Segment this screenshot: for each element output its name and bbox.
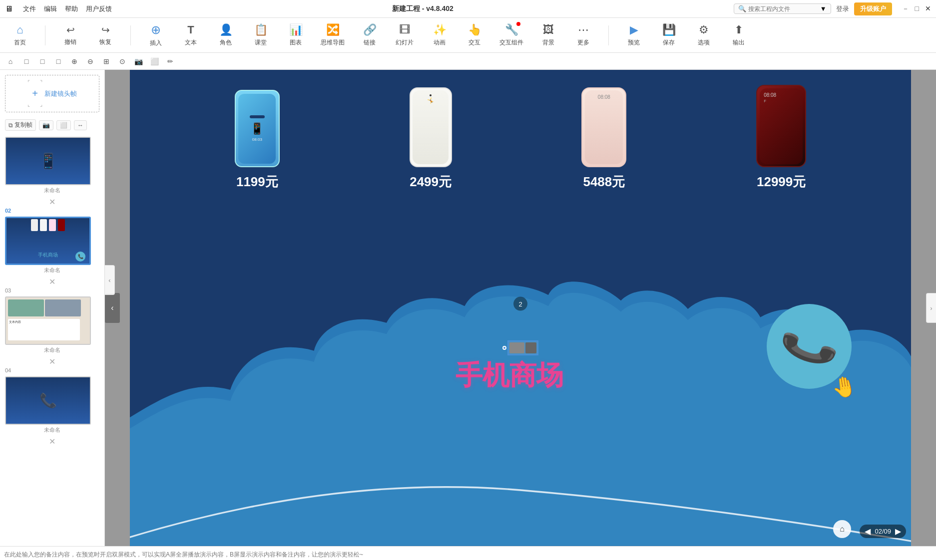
notes-input[interactable] <box>0 547 936 560</box>
sec-zoom-out-icon[interactable]: ⊖ <box>84 55 97 68</box>
toolbar-interact[interactable]: 👆 交互 <box>465 23 484 47</box>
slide-2-thumbnail: 手机商场 📞 <box>5 217 91 265</box>
toolbar-more[interactable]: ⋯ 更多 <box>573 23 593 47</box>
phone-4-price: 12999元 <box>757 173 806 191</box>
toolbar-class[interactable]: 📋 课堂 <box>251 23 271 47</box>
close-button[interactable]: ✕ <box>925 4 931 13</box>
titlebar-right: 🔍 ▼ 登录 升级账户 － □ ✕ <box>734 2 931 15</box>
slide-canvas[interactable]: 📱 08:03 1199元 🤸 2499元 <box>130 70 911 546</box>
toolbar-slideshow-label: 幻灯片 <box>396 38 414 47</box>
toolbar-link[interactable]: 🔗 链接 <box>360 23 380 47</box>
window-controls: － □ ✕ <box>902 4 931 13</box>
toolbar-export[interactable]: ⬆ 输出 <box>729 23 749 47</box>
copy-icon: ⧉ <box>8 122 13 129</box>
toolbar-redo[interactable]: ↪ 恢复 <box>95 24 115 46</box>
toolbar-more-label: 更多 <box>577 38 589 47</box>
notes-area: ⤢ <box>0 546 936 560</box>
toolbar-mindmap[interactable]: 🔀 思维导图 <box>321 23 345 47</box>
sec-home-icon[interactable]: ⌂ <box>4 55 17 68</box>
slide-4-delete[interactable]: ✕ <box>0 436 104 447</box>
slide-counter: ◀ 02/09 ▶ <box>860 525 906 538</box>
toolbar-interact-component[interactable]: 🔧 交互组件 <box>499 23 523 47</box>
toolbar-undo[interactable]: ↩ 撤销 <box>60 24 80 46</box>
phone-3-price: 5488元 <box>583 173 625 191</box>
slide-2-delete[interactable]: ✕ <box>0 276 104 287</box>
toolbar-animation[interactable]: ✨ 动画 <box>430 23 450 47</box>
slide-title: 手机商场 <box>456 357 563 394</box>
sec-paste-icon[interactable]: □ <box>36 55 49 68</box>
new-frame-button[interactable]: ⌜ ⌝ + ⌞ ⌟ 新建镜头帧 <box>5 75 99 112</box>
slide-4-number: 04 <box>5 367 11 373</box>
slide-1-delete[interactable]: ✕ <box>0 196 104 208</box>
toolbar-text[interactable]: T 文本 <box>181 23 201 47</box>
search-dropdown-icon[interactable]: ▼ <box>820 5 827 12</box>
menu-help[interactable]: 帮助 <box>65 4 78 13</box>
sec-dot-icon[interactable]: ⊙ <box>116 55 129 68</box>
login-button[interactable]: 登录 <box>836 4 849 13</box>
menu-feedback[interactable]: 用户反馈 <box>86 4 112 13</box>
toolbar-chart[interactable]: 📊 图表 <box>286 23 306 47</box>
slide-3-delete[interactable]: ✕ <box>0 356 104 367</box>
counter-prev[interactable]: ◀ <box>865 527 871 536</box>
search-box[interactable]: 🔍 ▼ <box>734 3 831 14</box>
slide-item-4[interactable]: 04 📞 未命名 ✕ <box>0 367 104 447</box>
main-layout: ⌜ ⌝ + ⌞ ⌟ 新建镜头帧 ⧉ 复制帧 📷 ⬜ <box>0 70 936 546</box>
sec-select-icon[interactable]: ⬜ <box>148 55 161 68</box>
copy-frame-button[interactable]: ⧉ 复制帧 <box>5 119 36 131</box>
slide-4-container[interactable]: 📞 未命名 <box>0 374 104 436</box>
slide-item-1[interactable]: 📱 未命名 ✕ <box>0 135 104 208</box>
sec-copy-icon[interactable]: □ <box>20 55 33 68</box>
upgrade-button[interactable]: 升级账户 <box>854 2 892 15</box>
sec-camera-icon[interactable]: 📷 <box>132 55 145 68</box>
class-icon: 📋 <box>254 23 268 36</box>
titlebar-title: 新建工程 - v4.8.402 <box>392 4 454 13</box>
menu-edit[interactable]: 编辑 <box>44 4 57 13</box>
menu-items: 文件 编辑 帮助 用户反馈 <box>23 4 112 13</box>
toolbar-preview[interactable]: ▶ 预览 <box>624 23 644 47</box>
search-icon: 🔍 <box>738 5 746 12</box>
toolbar-options[interactable]: ⚙ 选项 <box>694 23 714 47</box>
toolbar-role[interactable]: 👤 角色 <box>216 23 236 47</box>
maximize-button[interactable]: □ <box>915 4 919 13</box>
slide-nav-bubble-container: 2 <box>513 297 527 311</box>
search-input[interactable] <box>748 5 818 12</box>
toolbar-background-label: 背景 <box>542 38 554 47</box>
select-button[interactable]: ⬜ <box>56 120 71 130</box>
toolbar-home-label: 首页 <box>14 38 26 47</box>
sec-zoom-in-icon[interactable]: ⊕ <box>68 55 81 68</box>
slide-1-container[interactable]: 📱 未命名 <box>0 135 104 196</box>
slide-3-container[interactable]: 文本内容 未命名 <box>0 294 104 356</box>
toolbar-options-label: 选项 <box>698 38 710 47</box>
interact-icon: 👆 <box>468 23 481 36</box>
swap-button[interactable]: ↔ <box>74 120 87 130</box>
role-icon: 👤 <box>219 23 233 36</box>
screenshot-button[interactable]: 📷 <box>39 120 53 130</box>
slide-item-3[interactable]: 03 文本内容 未命名 ✕ <box>0 287 104 367</box>
toolbar-home[interactable]: ⌂ 首页 <box>10 23 30 47</box>
minimize-button[interactable]: － <box>902 4 909 13</box>
screenshot-icon: 📷 <box>42 122 50 129</box>
slide-3-number: 03 <box>5 287 11 293</box>
sec-edit-icon[interactable]: ✏ <box>164 55 177 68</box>
sec-frame-icon[interactable]: □ <box>52 55 65 68</box>
menu-file[interactable]: 文件 <box>23 4 36 13</box>
slide-item-2[interactable]: 02 手机商场 📞 <box>0 208 104 287</box>
toolbar-insert[interactable]: ⊕ 插入 <box>146 23 166 47</box>
toolbar-save[interactable]: 💾 保存 <box>659 23 679 47</box>
slide-home-button[interactable]: ⌂ <box>833 520 851 538</box>
expand-right-panel-button[interactable]: › <box>926 293 936 323</box>
counter-next[interactable]: ▶ <box>895 527 901 536</box>
toolbar-slideshow[interactable]: 🎞 幻灯片 <box>395 23 415 47</box>
sec-grid-icon[interactable]: ⊞ <box>100 55 113 68</box>
selected-element-group[interactable] <box>502 340 538 355</box>
slide-2-container[interactable]: 手机商场 📞 未命名 <box>0 215 104 276</box>
toolbar-chart-label: 图表 <box>290 38 302 47</box>
toolbar-interact-component-label: 交互组件 <box>499 38 523 47</box>
insert-icon: ⊕ <box>151 23 161 37</box>
selection-bubble <box>502 346 506 350</box>
collapse-panel-button[interactable]: ‹ <box>105 265 115 295</box>
slide-nav-left[interactable]: ‹ <box>105 293 120 323</box>
slides-list: 📱 未命名 ✕ 02 <box>0 133 104 546</box>
slide-4-label: 未命名 <box>5 426 99 434</box>
toolbar-background[interactable]: 🖼 背景 <box>538 23 558 47</box>
